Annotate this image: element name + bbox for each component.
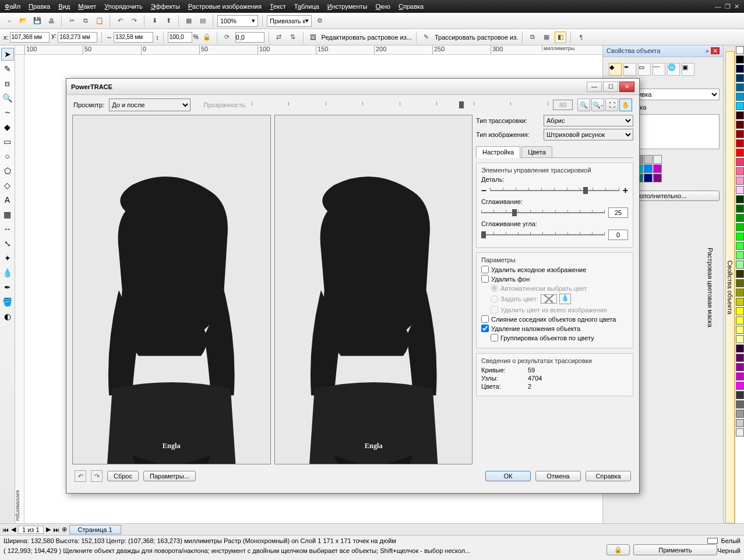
curve-tab-icon[interactable]: 〰 <box>653 63 665 76</box>
menu-tools[interactable]: Инструменты <box>327 3 368 10</box>
trace-type-select[interactable]: Абрис <box>544 115 633 126</box>
color-swatch[interactable] <box>736 419 744 427</box>
color-swatch[interactable] <box>736 288 744 297</box>
paste-icon[interactable]: 📋 <box>94 15 105 27</box>
export-icon[interactable]: ⬆ <box>163 15 174 27</box>
mirror-v-icon[interactable]: ⇅ <box>287 31 299 43</box>
window-minimize-icon[interactable]: — <box>715 3 721 10</box>
color-swatch[interactable] <box>736 214 744 222</box>
color-swatch[interactable] <box>736 195 744 203</box>
app-launcher-icon[interactable]: ▦ <box>183 15 195 27</box>
color-swatch[interactable] <box>736 382 744 390</box>
interactive-tool[interactable]: ✦ <box>1 252 14 265</box>
trace-bitmap-icon[interactable]: ✎ <box>421 31 432 43</box>
copy-icon[interactable]: ⧉ <box>80 15 91 27</box>
bitmap-mask-icon[interactable]: ◧ <box>555 31 566 43</box>
merge-adjacent-checkbox[interactable] <box>481 315 489 323</box>
tab-settings[interactable]: Настройка <box>476 146 520 158</box>
page-tab-1[interactable]: Страница 1 <box>69 525 121 534</box>
color-swatch[interactable] <box>736 316 744 325</box>
menu-window[interactable]: Окно <box>375 3 390 10</box>
outline-tool[interactable]: ✒ <box>1 281 14 294</box>
tab-colors[interactable]: Цвета <box>521 146 552 157</box>
mirror-h-icon[interactable]: ⇄ <box>273 31 285 43</box>
tab-object-props[interactable]: Свойства объекта <box>725 51 735 523</box>
color-swatch[interactable] <box>736 279 744 287</box>
color-swatch[interactable] <box>736 428 744 436</box>
menu-edit[interactable]: Правка <box>29 3 50 10</box>
dialog-minimize-icon[interactable]: — <box>587 82 602 92</box>
delete-bg-checkbox[interactable] <box>481 275 489 283</box>
dialog-maximize-icon[interactable]: ☐ <box>603 82 618 92</box>
tab-bitmap-mask[interactable]: Растровая цветовая маска <box>707 51 714 523</box>
preview-after[interactable]: Engla <box>274 115 473 464</box>
palette-swatch[interactable] <box>653 164 662 173</box>
rotation-input[interactable] <box>235 32 265 43</box>
color-swatch[interactable] <box>736 326 744 334</box>
cut-icon[interactable]: ✂ <box>66 15 77 27</box>
color-swatch[interactable] <box>736 233 744 241</box>
menu-text[interactable]: Текст <box>270 3 286 10</box>
menu-help[interactable]: Справка <box>399 3 424 10</box>
menu-arrange[interactable]: Упорядочить <box>104 3 142 10</box>
color-swatch[interactable] <box>736 307 744 315</box>
import-icon[interactable]: ⬇ <box>149 15 160 27</box>
color-swatch[interactable] <box>736 270 744 278</box>
options-button[interactable]: Параметры... <box>143 471 196 481</box>
ellipse-tool[interactable]: ○ <box>1 150 14 163</box>
menu-file[interactable]: ФФайлайл <box>5 3 20 10</box>
color-swatch[interactable] <box>736 391 744 399</box>
palette-swatch[interactable] <box>644 174 653 182</box>
color-swatch[interactable] <box>736 139 744 147</box>
text-tool[interactable]: A <box>1 193 14 206</box>
redo-icon[interactable]: ↷ <box>128 15 140 27</box>
color-swatch[interactable] <box>736 260 744 269</box>
detail-slider[interactable] <box>490 185 619 196</box>
dialog-close-icon[interactable]: ✕ <box>619 82 634 92</box>
color-swatch[interactable] <box>736 410 744 418</box>
cancel-button[interactable]: Отмена <box>535 471 581 481</box>
group-by-color-checkbox[interactable] <box>491 334 498 341</box>
web-tab-icon[interactable]: 🌐 <box>667 63 680 76</box>
save-icon[interactable]: 💾 <box>31 15 43 27</box>
image-type-select[interactable]: Штриховой рисунок <box>544 129 633 140</box>
undo-trace-icon[interactable]: ↶ <box>75 470 86 482</box>
window-restore-icon[interactable]: ❐ <box>725 3 731 10</box>
rectangle-tool[interactable]: ▭ <box>1 135 14 148</box>
color-swatch[interactable] <box>736 111 744 119</box>
palette-swatch[interactable] <box>653 174 662 182</box>
next-page-icon[interactable]: ▶ <box>46 526 51 533</box>
basic-shapes-tool[interactable]: ◇ <box>1 179 14 192</box>
x-input[interactable] <box>10 32 50 43</box>
zoom-fit-icon[interactable]: ⛶ <box>605 98 618 111</box>
trace-bitmap-button[interactable]: Трассировать растровое из. <box>435 34 518 41</box>
delete-original-checkbox[interactable] <box>481 266 489 273</box>
last-page-icon[interactable]: ⏭ <box>53 526 59 533</box>
frame-tab-icon[interactable]: ▣ <box>682 63 694 76</box>
zoom-combo[interactable]: 100%▾ <box>217 15 258 27</box>
menu-layout[interactable]: Макет <box>78 3 96 10</box>
crop-icon[interactable]: ⧉ <box>527 31 538 43</box>
table-tool[interactable]: ▦ <box>1 208 14 221</box>
smoothing-slider[interactable] <box>481 207 605 218</box>
color-swatch[interactable] <box>736 354 744 362</box>
menu-bitmaps[interactable]: Растровые изображения <box>188 3 262 10</box>
fill-indicator-icon[interactable] <box>707 538 718 544</box>
print-icon[interactable]: 🖶 <box>45 15 57 27</box>
outline-tab-icon[interactable]: ✒ <box>623 63 636 76</box>
color-swatch[interactable] <box>736 298 744 306</box>
add-page-icon[interactable]: ⊕ <box>62 526 67 533</box>
ok-button[interactable]: ОК <box>485 471 531 481</box>
width-input[interactable] <box>114 32 153 43</box>
color-swatch[interactable] <box>736 251 744 259</box>
pick-tool[interactable]: ➤ <box>1 48 14 61</box>
color-swatch[interactable] <box>736 149 744 157</box>
apply-button[interactable]: Применить <box>633 544 717 555</box>
fill-tool[interactable]: 🪣 <box>1 295 14 308</box>
color-swatch[interactable] <box>736 223 744 231</box>
menu-effects[interactable]: Эффекты <box>151 3 180 10</box>
lock-button[interactable]: 🔒 <box>607 544 630 555</box>
edit-bitmap-button[interactable]: Редактировать растровое из... <box>322 34 412 41</box>
color-swatch[interactable] <box>736 46 744 54</box>
menu-view[interactable]: Вид <box>58 3 70 10</box>
